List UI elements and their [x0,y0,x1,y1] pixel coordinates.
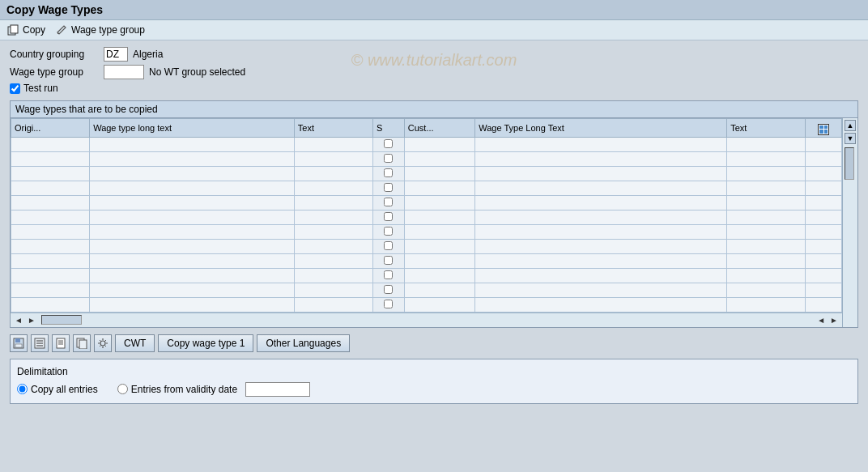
cell-wt-long-text[interactable] [475,151,727,166]
scroll-up-btn[interactable]: ▲ [845,120,856,131]
cell-long-text[interactable] [90,297,295,312]
cell-text2[interactable] [727,166,806,181]
cell-text2[interactable] [727,151,806,166]
scroll-right2-btn[interactable]: ◄ [815,316,828,325]
cell-text2[interactable] [727,137,806,151]
cell-wt-long-text[interactable] [475,195,727,210]
validity-date-input[interactable] [245,382,310,397]
cell-wt-long-text[interactable] [475,181,727,195]
cell-text[interactable] [294,239,372,253]
cell-cust[interactable] [404,137,474,151]
cell-orig[interactable] [11,151,90,166]
btn2[interactable] [31,334,49,352]
cell-text[interactable] [294,210,372,224]
copy-wage-type-button[interactable]: Copy wage type 1 [158,334,253,352]
entries-from-radio[interactable] [117,384,128,394]
cell-text2[interactable] [727,239,806,253]
copy-all-radio[interactable] [17,384,28,394]
cell-long-text[interactable] [90,283,295,297]
cell-text2[interactable] [727,283,806,297]
cell-orig[interactable] [11,137,90,151]
cell-wt-long-text[interactable] [475,297,727,312]
cell-text[interactable] [294,195,372,210]
cell-cust[interactable] [404,195,474,210]
cell-cust[interactable] [404,181,474,195]
cell-orig[interactable] [11,253,90,268]
btn3[interactable] [52,334,70,352]
cell-cust[interactable] [404,166,474,181]
cell-long-text[interactable] [90,239,295,253]
cell-long-text[interactable] [90,151,295,166]
cell-cust[interactable] [404,239,474,253]
cell-text[interactable] [294,181,372,195]
cell-long-text[interactable] [90,137,295,151]
toolbar-wage-type-group[interactable]: Wage type group [55,23,145,36]
cell-wt-long-text[interactable] [475,224,727,239]
cell-text2[interactable] [727,224,806,239]
cell-wt-long-text[interactable] [475,268,727,283]
cell-text[interactable] [294,297,372,312]
settings-btn[interactable] [94,334,112,352]
row-checkbox[interactable] [384,139,393,148]
cell-long-text[interactable] [90,268,295,283]
cell-wt-long-text[interactable] [475,253,727,268]
entries-from-option[interactable]: Entries from validity date [117,382,310,397]
cell-text2[interactable] [727,181,806,195]
save-btn[interactable] [10,334,28,352]
cell-text[interactable] [294,151,372,166]
cell-long-text[interactable] [90,253,295,268]
cell-orig[interactable] [11,268,90,283]
cwt-button[interactable]: CWT [115,334,155,352]
copy-all-option[interactable]: Copy all entries [17,384,98,395]
other-languages-button[interactable]: Other Languages [257,334,350,352]
scroll-left-btn[interactable]: ◄ [12,316,25,325]
cell-cust[interactable] [404,283,474,297]
row-checkbox[interactable] [384,168,393,177]
cell-text[interactable] [294,268,372,283]
row-checkbox[interactable] [384,154,393,163]
cell-text[interactable] [294,137,372,151]
col-header-grid[interactable] [806,119,842,138]
row-checkbox[interactable] [384,212,393,221]
cell-text[interactable] [294,253,372,268]
test-run-checkbox[interactable] [10,83,20,94]
cell-wt-long-text[interactable] [475,283,727,297]
cell-cust[interactable] [404,151,474,166]
cell-long-text[interactable] [90,210,295,224]
cell-text[interactable] [294,224,372,239]
cell-long-text[interactable] [90,166,295,181]
cell-wt-long-text[interactable] [475,239,727,253]
cell-orig[interactable] [11,283,90,297]
cell-text2[interactable] [727,268,806,283]
row-checkbox[interactable] [384,270,393,279]
cell-long-text[interactable] [90,195,295,210]
cell-orig[interactable] [11,166,90,181]
scroll-down-btn[interactable]: ▼ [845,133,856,144]
row-checkbox[interactable] [384,241,393,250]
cell-wt-long-text[interactable] [475,137,727,151]
scroll-right3-btn[interactable]: ► [828,316,840,325]
cell-long-text[interactable] [90,181,295,195]
v-scroll-thumb[interactable] [845,147,854,180]
cell-cust[interactable] [404,210,474,224]
cell-text2[interactable] [727,297,806,312]
horizontal-scrollbar[interactable]: ◄ ► ◄ ► [11,313,842,327]
cell-cust[interactable] [404,253,474,268]
vertical-scrollbar[interactable]: ▲ ▼ [842,118,857,327]
cell-orig[interactable] [11,195,90,210]
row-checkbox[interactable] [384,285,393,294]
cell-text2[interactable] [727,210,806,224]
row-checkbox[interactable] [384,198,393,206]
btn4[interactable] [73,334,91,352]
cell-wt-long-text[interactable] [475,210,727,224]
cell-cust[interactable] [404,268,474,283]
cell-orig[interactable] [11,181,90,195]
cell-cust[interactable] [404,297,474,312]
grid-icon[interactable] [818,124,829,135]
cell-text[interactable] [294,283,372,297]
row-checkbox[interactable] [384,183,393,192]
row-checkbox[interactable] [384,300,393,308]
cell-orig[interactable] [11,297,90,312]
toolbar-copy[interactable]: Copy [6,23,45,36]
cell-orig[interactable] [11,210,90,224]
